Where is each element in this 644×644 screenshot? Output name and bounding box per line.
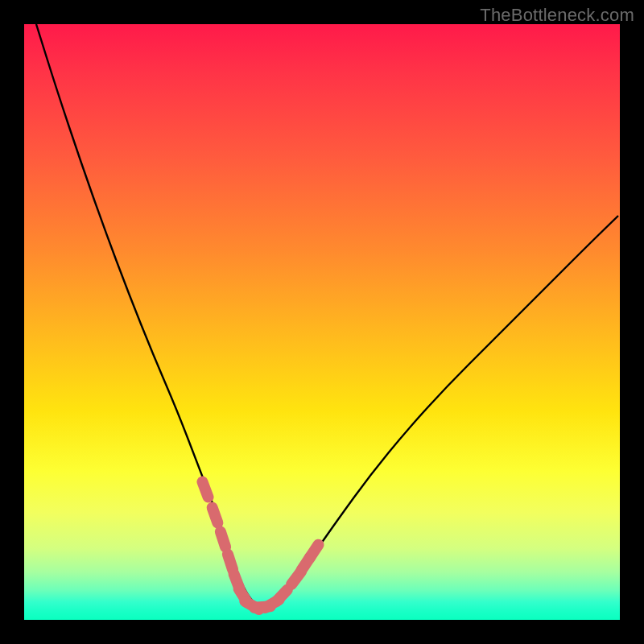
highlight-marker-group <box>202 482 318 609</box>
watermark-text: TheBottleneck.com <box>480 5 634 26</box>
bottleneck-curve-svg <box>24 24 620 620</box>
highlight-bead <box>213 508 218 523</box>
highlight-bead <box>202 482 208 497</box>
highlight-bead <box>309 545 318 559</box>
bottleneck-curve-path <box>36 24 618 606</box>
highlight-bead <box>228 554 233 569</box>
highlight-bead <box>221 531 225 547</box>
chart-area <box>24 24 620 620</box>
highlight-bead <box>276 590 287 602</box>
